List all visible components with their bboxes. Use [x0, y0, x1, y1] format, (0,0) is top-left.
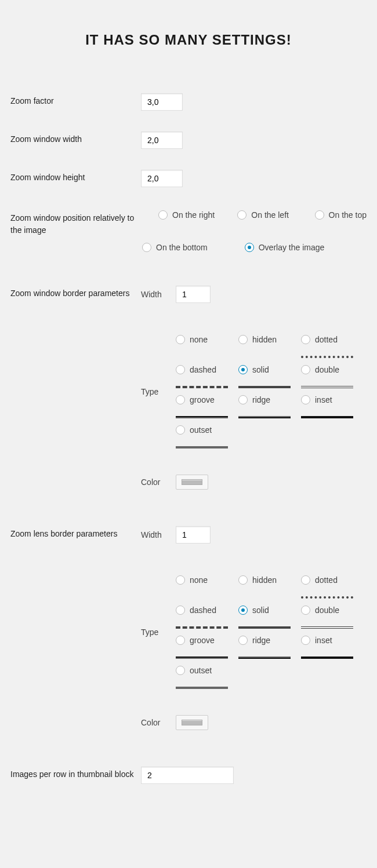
radio-label: solid [252, 606, 269, 615]
radio-icon [176, 365, 185, 374]
border-preview [238, 657, 291, 659]
radio-icon [238, 636, 248, 645]
border-preview [301, 596, 353, 599]
radio-lens-outset[interactable]: outset [176, 666, 228, 675]
radio-label: groove [190, 395, 215, 404]
radio-icon [237, 210, 246, 220]
radio-border-groove[interactable]: groove [176, 395, 228, 404]
radio-lens-double[interactable]: double [301, 606, 353, 615]
radio-label: none [190, 335, 208, 344]
border-preview [176, 657, 228, 659]
radio-lens-inset[interactable]: inset [301, 636, 353, 645]
label-zoom-lens-border: Zoom lens border parameters [10, 526, 141, 540]
radio-lens-hidden[interactable]: hidden [238, 575, 291, 585]
radio-label: hidden [252, 335, 277, 344]
radio-border-outset[interactable]: outset [176, 425, 228, 435]
radio-icon [238, 395, 248, 404]
radio-position-bottom[interactable]: On the bottom [142, 243, 208, 252]
radio-lens-dotted[interactable]: dotted [301, 575, 353, 585]
border-preview [176, 596, 228, 599]
label-zoom-window-width: Zoom window width [10, 132, 141, 145]
radio-icon [176, 335, 185, 344]
radio-icon [176, 425, 185, 435]
radio-icon [315, 210, 324, 220]
radio-icon [142, 243, 151, 252]
radio-border-inset[interactable]: inset [301, 395, 353, 404]
radio-icon [176, 606, 185, 615]
sub-label-width: Width [141, 290, 176, 299]
radio-icon [176, 395, 185, 404]
sub-label-type: Type [141, 387, 176, 396]
border-preview [301, 386, 353, 388]
sub-label-color: Color [141, 477, 176, 487]
radio-position-right[interactable]: On the right [158, 210, 215, 220]
border-preview [301, 626, 353, 629]
lens-border-color-button[interactable] [176, 715, 208, 730]
radio-position-left[interactable]: On the left [237, 210, 289, 220]
zoom-factor-input[interactable] [141, 93, 183, 111]
label-zoom-factor: Zoom factor [10, 93, 141, 107]
radio-icon [238, 365, 248, 374]
label-zoom-window-height: Zoom window height [10, 170, 141, 184]
lens-border-type-grid: none hidden dotted dashed solid double g… [176, 575, 367, 689]
radio-lens-ridge[interactable]: ridge [238, 636, 291, 645]
row-images-per-row: Images per row in thumbnail block [10, 749, 367, 794]
radio-icon [301, 395, 310, 404]
radio-icon [301, 365, 310, 374]
row-zoom-factor: Zoom factor [10, 83, 367, 121]
row-zoom-window-height: Zoom window height [10, 159, 367, 198]
radio-lens-dashed[interactable]: dashed [176, 606, 228, 615]
radio-border-double[interactable]: double [301, 365, 353, 374]
radio-position-overlay[interactable]: Overlay the image [245, 243, 325, 252]
label-zoom-window-position: Zoom window position relatively to the i… [10, 210, 141, 236]
radio-icon [238, 606, 248, 615]
border-preview [238, 416, 291, 418]
radio-border-dashed[interactable]: dashed [176, 365, 228, 374]
radio-position-top[interactable]: On the top [315, 210, 367, 220]
radio-icon [301, 335, 310, 344]
radio-label: hidden [252, 575, 277, 585]
sub-label-width: Width [141, 530, 176, 539]
page-title: IT HAS SO MANY SETTINGS! [10, 32, 367, 48]
border-preview [301, 416, 353, 418]
zoom-window-height-input[interactable] [141, 170, 183, 187]
border-preview [238, 386, 291, 388]
radio-label: outset [190, 425, 212, 435]
radio-border-none[interactable]: none [176, 335, 228, 344]
win-border-width-input[interactable] [176, 286, 211, 303]
border-preview [238, 626, 291, 629]
radio-label: inset [315, 395, 332, 404]
zoom-window-width-input[interactable] [141, 132, 183, 149]
win-border-color-button[interactable] [176, 475, 208, 490]
radio-label: On the top [329, 210, 367, 220]
radio-lens-solid[interactable]: solid [238, 606, 291, 615]
radio-border-hidden[interactable]: hidden [238, 335, 291, 344]
border-preview [238, 596, 291, 599]
radio-label: dotted [315, 335, 338, 344]
radio-label: groove [190, 636, 215, 645]
radio-label: dashed [190, 606, 216, 615]
radio-label: inset [315, 636, 332, 645]
radio-label: double [315, 365, 339, 374]
lens-border-width-input[interactable] [176, 526, 211, 544]
radio-border-dotted[interactable]: dotted [301, 335, 353, 344]
radio-label: ridge [252, 636, 270, 645]
radio-border-ridge[interactable]: ridge [238, 395, 291, 404]
radio-icon [176, 636, 185, 645]
color-swatch [182, 720, 202, 725]
radio-label: ridge [252, 395, 270, 404]
border-preview [176, 446, 228, 448]
radio-label: solid [252, 365, 269, 374]
radio-border-solid[interactable]: solid [238, 365, 291, 374]
row-zoom-window-border: Zoom window border parameters Width Type… [10, 262, 367, 509]
images-per-row-input[interactable] [141, 767, 234, 784]
radio-label: On the left [251, 210, 289, 220]
border-preview [238, 356, 291, 358]
radio-icon [245, 243, 254, 252]
radio-lens-groove[interactable]: groove [176, 636, 228, 645]
border-preview [176, 687, 228, 689]
radio-label: On the bottom [156, 243, 208, 252]
radio-lens-none[interactable]: none [176, 575, 228, 585]
win-border-type-grid: none hidden dotted dashed solid double g… [176, 335, 367, 448]
radio-icon [176, 666, 185, 675]
